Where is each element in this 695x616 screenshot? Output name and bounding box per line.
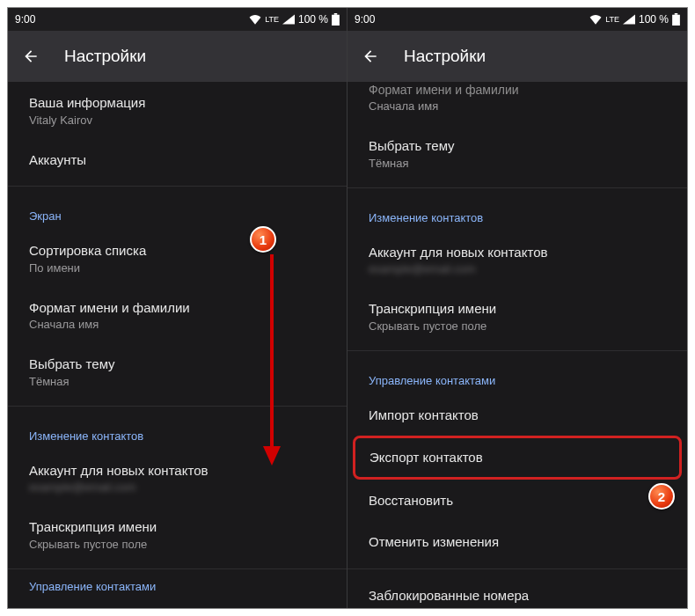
section-edit-contacts: Изменение контактов [348, 194, 687, 231]
item-sub: Сначала имя [369, 99, 666, 113]
item-title: Ваша информация [29, 94, 326, 112]
item-title: Транскрипция имени [29, 518, 326, 536]
status-time: 9:00 [15, 13, 35, 26]
item-import[interactable]: Импорт контактов [348, 394, 687, 436]
item-export[interactable]: Экспорт контактов [353, 436, 682, 480]
item-accounts[interactable]: Аккаунты [8, 139, 347, 181]
item-your-info[interactable]: Ваша информация Vitaly Kairov [8, 82, 347, 139]
divider [348, 568, 687, 569]
lte-label: LTE [605, 15, 619, 24]
divider [8, 406, 347, 407]
item-title: Восстановить [369, 492, 666, 510]
item-theme[interactable]: Выбрать тему Тёмная [8, 343, 347, 400]
page-title: Настройки [64, 47, 146, 66]
battery-pct: 100 % [639, 13, 669, 26]
item-title: Отменить изменения [369, 533, 666, 551]
svg-rect-0 [334, 13, 338, 15]
scroll-down-arrow-icon [261, 254, 282, 466]
section-manage-contacts: Управление контактами [8, 575, 347, 593]
item-title: Заблокированные номера [369, 587, 666, 605]
svg-rect-5 [672, 15, 680, 26]
item-undo[interactable]: Отменить изменения [348, 521, 687, 563]
lte-label: LTE [265, 15, 279, 24]
item-name-format-partial[interactable]: Формат имени и фамилии Сначала имя [348, 82, 687, 125]
phone-screen-after: 9:00 LTE 100 % Настройки Формат имени и … [348, 8, 687, 608]
wifi-icon [589, 14, 602, 25]
item-phonetic[interactable]: Транскрипция имени Скрывать пустое поле [348, 288, 687, 345]
divider [348, 350, 687, 351]
annotation-badge-1: 1 [250, 226, 276, 253]
item-default-account[interactable]: Аккаунт для новых контактов example@emai… [348, 231, 687, 289]
toolbar: Настройки [8, 31, 347, 82]
item-sub: Тёмная [369, 157, 666, 170]
item-name-format[interactable]: Формат имени и фамилии Сначала имя [8, 287, 347, 344]
battery-icon [672, 13, 680, 26]
status-bar: 9:00 LTE 100 % [348, 8, 687, 31]
item-sub: Скрывать пустое поле [29, 538, 326, 551]
signal-icon [623, 14, 635, 25]
item-sort[interactable]: Сортировка списка По имени [8, 230, 347, 287]
svg-marker-3 [263, 446, 281, 466]
item-phonetic[interactable]: Транскрипция имени Скрывать пустое поле [8, 506, 347, 563]
item-title: Формат имени и фамилии [369, 82, 666, 98]
item-sub: Vitaly Kairov [29, 114, 326, 127]
item-sub: example@email.com [369, 262, 666, 275]
item-default-account[interactable]: Аккаунт для новых контактов example@emai… [8, 450, 347, 507]
item-sub: example@email.com [29, 480, 326, 494]
back-arrow-icon[interactable] [362, 48, 379, 65]
svg-rect-4 [675, 13, 678, 15]
item-title: Аккаунт для новых контактов [369, 244, 666, 261]
wifi-icon [249, 14, 261, 25]
divider [348, 187, 687, 188]
status-time: 9:00 [355, 13, 375, 26]
item-title: Выбрать тему [369, 137, 666, 155]
item-theme[interactable]: Выбрать тему Тёмная [348, 125, 687, 182]
settings-list[interactable]: Ваша информация Vitaly Kairov Аккаунты Э… [8, 82, 347, 593]
item-restore[interactable]: Восстановить [348, 480, 687, 522]
back-arrow-icon[interactable] [22, 48, 40, 65]
status-bar: 9:00 LTE 100 % [8, 8, 347, 31]
svg-rect-1 [332, 15, 340, 26]
item-title: Экспорт контактов [369, 449, 665, 466]
item-title: Транскрипция имени [369, 300, 666, 318]
settings-list[interactable]: Формат имени и фамилии Сначала имя Выбра… [348, 82, 687, 607]
battery-pct: 100 % [298, 13, 328, 26]
toolbar: Настройки [348, 31, 687, 82]
status-icons: LTE 100 % [589, 13, 680, 26]
divider [8, 568, 347, 569]
section-manage-contacts: Управление контактами [348, 356, 687, 394]
status-icons: LTE 100 % [249, 13, 340, 26]
phone-screen-before: 9:00 LTE 100 % Настройки Ваша информация… [8, 8, 348, 608]
signal-icon [282, 14, 295, 25]
section-display: Экран [8, 192, 347, 230]
annotation-badge-2: 2 [648, 483, 675, 510]
item-title: Аккаунты [29, 151, 326, 169]
battery-icon [332, 13, 340, 26]
item-title: Импорт контактов [369, 407, 666, 424]
divider [8, 186, 347, 187]
page-title: Настройки [404, 47, 486, 66]
section-edit-contacts: Изменение контактов [8, 412, 347, 450]
item-sub: Скрывать пустое поле [369, 319, 666, 333]
item-blocked[interactable]: Заблокированные номера [348, 575, 687, 608]
